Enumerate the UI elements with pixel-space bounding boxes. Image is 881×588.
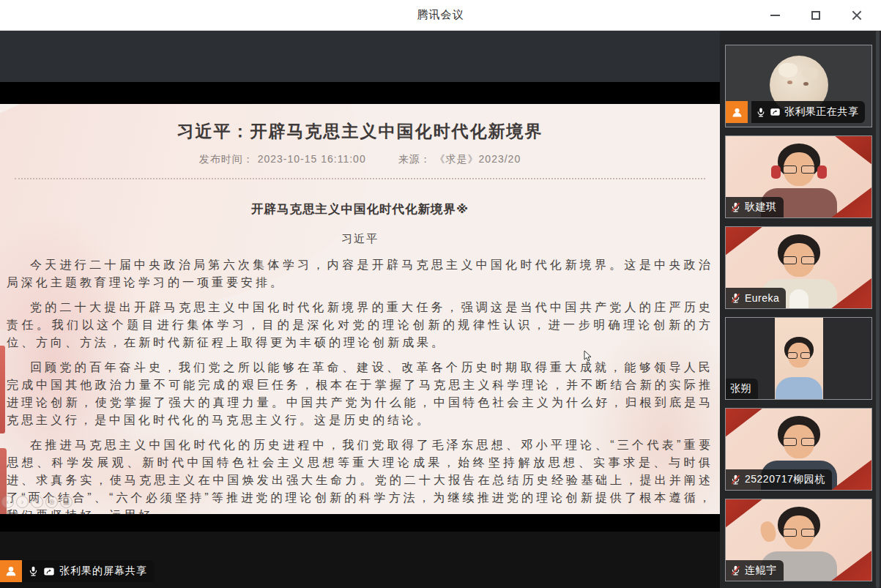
participant-label: 25220717柳园杭 xyxy=(726,469,832,490)
tencent-meeting-window: 腾讯会议 习近平：开辟马克思主义中国化时代化新境界 发布时间： 2023-10-… xyxy=(0,0,881,588)
titlebar: 腾讯会议 xyxy=(0,0,881,31)
pen-icon: ✎ xyxy=(31,496,43,508)
article-author: 习近平 xyxy=(0,232,720,246)
paragraph: 党的二十大提出开辟马克思主义中国化时代化新境界的重大任务，强调这是当代中国共产党… xyxy=(7,299,713,351)
participant-tile[interactable]: 张朔 xyxy=(725,317,872,400)
participant-name: 张朔 xyxy=(730,382,751,395)
participant-name: 25220717柳园杭 xyxy=(745,473,825,486)
dotted-divider xyxy=(15,178,706,179)
article-body: 今天进行二十届中央政治局第六次集体学习，内容是开辟马克思主义中国化时代化新境界。… xyxy=(0,256,720,514)
paragraph: 回顾党的百年奋斗史，我们党之所以能够在革命、建设、改革各个历史时期取得重大成就，… xyxy=(7,359,713,429)
mic-muted-icon xyxy=(730,474,741,485)
mic-on-icon xyxy=(756,107,766,118)
screen-share-badge[interactable]: 张利果的屏幕共享 xyxy=(0,560,155,582)
paragraph: 在推进马克思主义中国化时代化的历史进程中，我们党取得了毛泽东思想、邓小平理论、“… xyxy=(7,436,713,514)
article-source: 来源： 《求是》2023/20 xyxy=(398,153,521,166)
participant-name: Eureka xyxy=(745,292,779,304)
participant-tile[interactable]: Eureka xyxy=(725,226,872,309)
panel-icon: ▣ xyxy=(60,496,73,508)
forward-icon: › xyxy=(16,496,29,508)
mic-muted-icon xyxy=(730,292,741,304)
share-black-bar-bottom xyxy=(0,514,720,532)
participant-label: 耿建琪 xyxy=(726,197,784,217)
paragraph: 今天进行二十届中央政治局第六次集体学习，内容是开辟马克思主义中国化时代化新境界。… xyxy=(7,256,713,291)
mouse-cursor xyxy=(584,350,592,362)
mic-on-icon xyxy=(28,565,39,577)
maximize-icon xyxy=(811,11,820,20)
plus-icon: ⊕ xyxy=(45,496,58,508)
shared-document: 习近平：开辟马克思主义中国化时代化新境界 发布时间： 2023-10-15 16… xyxy=(0,104,720,514)
close-icon xyxy=(852,10,862,21)
participants-sidebar: 张利果正在共享 xyxy=(720,31,881,588)
article-title: 习近平：开辟马克思主义中国化时代化新境界 xyxy=(0,120,720,143)
shared-screen-view: 习近平：开辟马克思主义中国化时代化新境界 发布时间： 2023-10-15 16… xyxy=(0,31,720,588)
share-badge-text: 张利果的屏幕共享 xyxy=(59,565,147,578)
article-meta: 发布时间： 2023-10-15 16:11:00 来源： 《求是》2023/2… xyxy=(0,153,720,166)
person-icon xyxy=(4,565,18,578)
screen-share-icon xyxy=(43,566,55,577)
participant-name: 连鲲宇 xyxy=(745,564,777,577)
article-heading: 开辟马克思主义中国化时代化新境界※ xyxy=(0,201,720,217)
presenter-badge xyxy=(0,560,22,582)
publish-time: 发布时间： 2023-10-15 16:11:00 xyxy=(199,153,366,166)
back-icon: ‹ xyxy=(1,496,14,508)
participant-tile[interactable]: 25220717柳园杭 xyxy=(725,408,872,491)
mic-muted-icon xyxy=(730,565,741,576)
share-top-letterbox xyxy=(0,31,720,82)
doc-ghost-toolbar: ‹ › ✎ ⊕ ▣ xyxy=(1,496,73,508)
participant-label: 张利果正在共享 xyxy=(726,101,865,123)
waving-hand xyxy=(758,520,777,543)
participant-tile[interactable]: 连鲲宇 xyxy=(725,499,872,581)
person-icon xyxy=(731,106,743,119)
participant-tile[interactable]: 张利果正在共享 xyxy=(725,45,872,127)
participant-name: 耿建琪 xyxy=(745,201,777,214)
share-black-bar-top xyxy=(0,82,720,104)
minimize-button[interactable] xyxy=(764,4,786,26)
screen-share-icon xyxy=(770,107,781,117)
minimize-icon xyxy=(770,15,780,16)
maximize-button[interactable] xyxy=(805,4,827,26)
participant-label: Eureka xyxy=(726,288,786,308)
participant-label: 张朔 xyxy=(726,379,758,399)
window-controls xyxy=(764,0,874,31)
app-title: 腾讯会议 xyxy=(417,8,464,22)
participant-figure xyxy=(775,318,823,399)
close-button[interactable] xyxy=(846,4,868,26)
presenter-badge xyxy=(726,101,748,123)
portrait-video-strip xyxy=(775,318,823,399)
sidebar-scrollbar[interactable] xyxy=(876,31,880,588)
participant-tile[interactable]: 耿建琪 xyxy=(725,135,872,218)
participant-label: 连鲲宇 xyxy=(726,560,784,581)
mic-muted-icon xyxy=(730,201,741,213)
participant-name: 张利果正在共享 xyxy=(784,105,859,119)
